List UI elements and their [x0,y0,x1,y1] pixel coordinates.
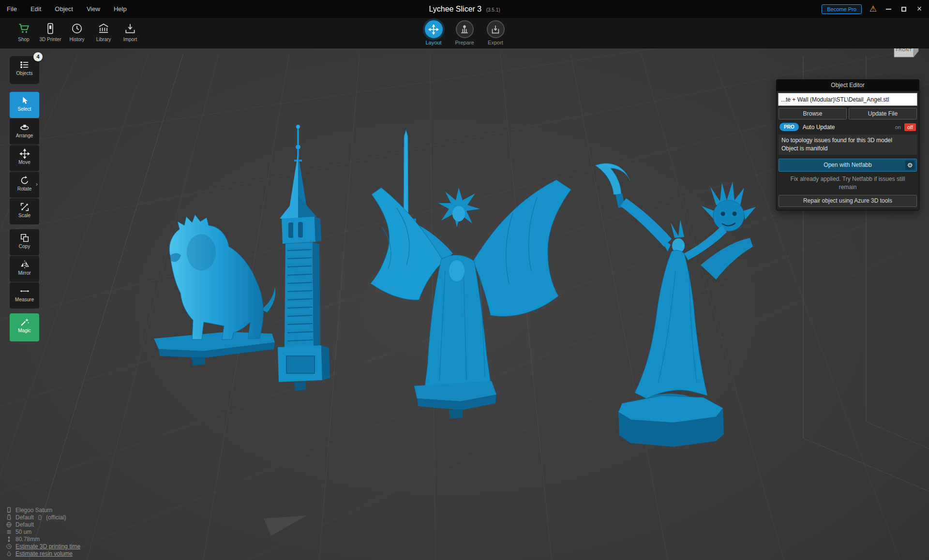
warning-icon[interactable]: ⚠ [869,4,877,14]
tool-rotate-button[interactable]: › Rotate [10,172,39,198]
mode-prepare-label: Prepare [449,40,480,45]
tool-copy-label: Copy [10,244,39,251]
library-icon [90,21,118,36]
netfabb-label: Open with Netfabb [824,162,871,168]
toggle-on-option[interactable]: on [893,123,903,131]
file-path-input[interactable] [778,93,917,106]
tool-measure-label: Measure [10,297,39,304]
layers-icon [6,529,12,535]
clock-icon [6,543,12,550]
rotate-flyout-chevron: › [36,180,38,188]
azure-repair-button[interactable]: Repair object using Azure 3D tools [779,195,917,207]
library-button[interactable]: Library [90,21,118,42]
tool-measure-button[interactable]: Measure [10,282,39,309]
minimize-icon[interactable] [884,4,892,14]
object-editor-title[interactable]: Object Editor [777,80,919,91]
resin-bottle-icon [6,514,12,521]
history-button[interactable]: History [63,21,91,42]
objects-count-badge: 4 [33,52,43,61]
export-icon [487,20,505,38]
print-settings-summary: Elegoo Saturn Default (official) Default… [6,506,80,557]
object-editor-panel: Object Editor Browse Update File PRO Aut… [776,79,919,210]
toolbar: Shop 3D Printer History Library Import [0,18,929,48]
menu-view[interactable]: View [80,0,107,18]
app-title: Lychee Slicer 3 [429,5,481,13]
history-clock-icon [63,21,91,36]
tool-scale-label: Scale [10,213,39,220]
shop-button[interactable]: Shop [10,21,38,42]
magic-wand-icon [10,313,39,328]
import-button[interactable]: Import [116,21,144,42]
app-version: (3.5.1) [486,7,500,13]
estimate-time-link[interactable]: Estimate 3D printing time [6,543,80,550]
objects-panel-button[interactable]: 4 Objects [10,56,39,84]
select-cursor-icon [10,92,39,106]
gear-icon[interactable]: ⚙ [905,161,914,170]
manifold-status-text: Object is manifold [781,145,914,153]
netfabb-note: Fix already applied. Try Netfabb if issu… [785,175,910,192]
browse-button[interactable]: Browse [779,108,847,119]
pro-badge: PRO [779,123,799,131]
auto-update-label: Auto Update [803,124,835,131]
drop-icon [6,550,12,557]
open-netfabb-button[interactable]: Open with Netfabb ⚙ [779,159,917,172]
status-resin: Default (official) [6,514,80,521]
become-pro-button[interactable]: Become Pro [822,4,862,14]
status-model-height: 80.78mm [6,535,80,543]
status-layer-height: 50 um [6,528,80,535]
mode-prepare-button[interactable]: Prepare [449,20,480,45]
update-file-button[interactable]: Update File [849,108,917,119]
titlebar: File Edit Object View Help Lychee Slicer… [0,0,929,18]
objects-label: Objects [10,71,39,78]
menu-file[interactable]: File [0,0,24,18]
estimate-volume-link[interactable]: Estimate resin volume [6,550,80,557]
official-printer-mini-icon [37,515,43,520]
rotate-icon [10,172,39,186]
tool-magic-button[interactable]: Magic [10,313,39,341]
status-profile: Default [6,521,80,528]
tool-arrange-button[interactable]: Arrange [10,118,39,145]
tool-select-button[interactable]: Select [10,92,39,118]
app-window: File Edit Object View Help Lychee Slicer… [0,0,929,560]
close-icon[interactable]: × [915,4,923,14]
measure-icon [10,282,39,297]
mode-layout-label: Layout [418,40,450,45]
toggle-off-option[interactable]: off [904,123,916,131]
scale-icon [10,198,39,213]
history-label: History [63,37,91,42]
printer-button[interactable]: 3D Printer [36,21,64,42]
printer-icon [36,21,64,36]
tool-magic-label: Magic [10,328,39,335]
cart-icon [10,21,38,36]
maximize-icon[interactable] [900,4,908,14]
copy-icon [10,229,39,244]
menu-help[interactable]: Help [107,0,134,18]
move-arrows-icon [10,145,39,160]
mode-export-label: Export [479,40,511,45]
globe-icon [6,521,12,528]
height-arrow-icon [6,536,12,543]
tool-copy-button[interactable]: Copy [10,229,39,255]
tool-move-button[interactable]: Move [10,145,39,171]
import-icon [116,21,144,36]
arrange-icon [10,118,39,133]
mode-export-button[interactable]: Export [479,20,511,45]
mirror-icon [10,256,39,270]
printer-label: 3D Printer [36,37,64,42]
import-label: Import [116,37,144,42]
layout-move-icon [425,20,443,38]
menu-object[interactable]: Object [48,0,80,18]
tool-mirror-label: Mirror [10,270,39,278]
printer-small-icon [6,506,12,514]
menu-edit[interactable]: Edit [24,0,48,18]
topology-status-text: No topology issues found for this 3D mod… [781,136,914,145]
status-printer: Elegoo Saturn [6,506,80,514]
window-title: Lychee Slicer 3 (3.5.1) [0,0,929,18]
tool-rotate-label: Rotate [10,186,39,193]
mode-layout-button[interactable]: Layout [418,20,450,45]
tool-arrange-label: Arrange [10,133,39,140]
tool-scale-button[interactable]: Scale [10,198,39,224]
tool-mirror-button[interactable]: Mirror [10,256,39,282]
auto-update-toggle[interactable]: on off [893,123,916,131]
tool-move-label: Move [10,160,39,167]
